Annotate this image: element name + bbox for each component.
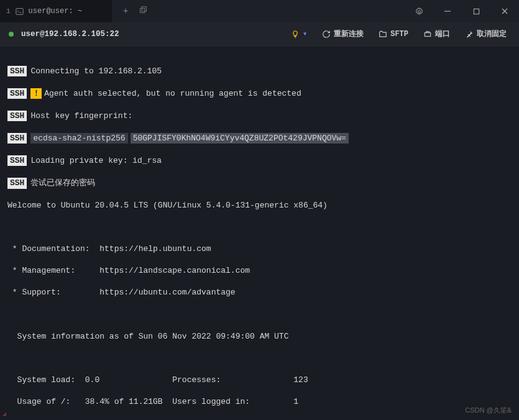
minimize-button[interactable] (433, 0, 462, 22)
key-fingerprint: 50GPJISFY0KhNO4W9iCYyv4QZ8UZ2POt429JVPNQ… (131, 133, 349, 144)
tab-active[interactable]: 1 user@user: ~ (0, 0, 112, 22)
window-controls (405, 0, 519, 22)
close-button[interactable] (490, 0, 519, 22)
pin-icon (465, 30, 474, 39)
svg-rect-2 (142, 6, 146, 11)
ssh-tag: SSH (7, 155, 27, 167)
connection-label: user@192.168.2.105:22 (21, 30, 119, 39)
unpin-button[interactable]: 取消固定 (461, 29, 510, 39)
ssh-line: 尝试已保存的密码 (30, 178, 95, 189)
ssh-line: Host key fingerprint: (30, 111, 132, 122)
ssh-tag: SSH (7, 178, 27, 189)
sysinfo-row: Usage of /: 38.4% of 11.21GB Users logge… (7, 396, 512, 408)
port-label: 端口 (435, 29, 450, 39)
tab-index: 1 (6, 7, 11, 15)
svg-point-3 (418, 10, 420, 12)
ssh-tag: SSH (7, 111, 27, 122)
motd-doc: * Documentation: https://help.ubuntu.com (7, 244, 512, 255)
new-tab-button[interactable]: + (123, 6, 128, 17)
svg-rect-5 (474, 9, 479, 14)
motd-support: * Support: https://ubuntu.com/advantage (7, 287, 512, 298)
titlebar: 1 user@user: ~ + (0, 0, 519, 22)
unpin-label: 取消固定 (477, 29, 507, 39)
watermark: CSDN @久笙& (465, 406, 512, 415)
tabs-overview-button[interactable] (139, 6, 147, 17)
sysinfo-row: System load: 0.0 Processes: 123 (7, 375, 512, 386)
hint-button[interactable]: ▾ (287, 29, 311, 39)
motd-welcome: Welcome to Ubuntu 20.04.5 LTS (GNU/Linux… (7, 200, 512, 211)
motd-mgmt: * Management: https://landscape.canonica… (7, 265, 512, 276)
ssh-line: Agent auth selected, but no running agen… (44, 88, 301, 99)
ssh-tag: SSH (7, 88, 27, 99)
maximize-button[interactable] (462, 0, 490, 22)
port-button[interactable]: 端口 (420, 29, 454, 39)
folder-icon (379, 30, 387, 39)
sftp-button[interactable]: SFTP (375, 30, 412, 39)
tab-actions: + (112, 6, 147, 17)
terminal-output[interactable]: SSHConnecting to 192.168.2.105 SSH!Agent… (0, 46, 519, 420)
reconnect-button[interactable]: 重新连接 (318, 29, 367, 39)
tab-title: user@user: ~ (29, 7, 82, 16)
terminal-icon (16, 7, 24, 16)
warn-icon: ! (30, 88, 42, 99)
sysinfo-header: System information as of Sun 06 Nov 2022… (7, 331, 512, 342)
svg-rect-0 (16, 8, 22, 14)
toolbar: user@192.168.2.105:22 ▾ 重新连接 SFTP 端口 取消固… (0, 22, 519, 46)
svg-rect-8 (425, 32, 430, 36)
reconnect-label: 重新连接 (334, 29, 364, 39)
settings-button[interactable] (405, 0, 433, 22)
ssh-tag: SSH (7, 66, 27, 77)
ssh-tag: SSH (7, 133, 27, 144)
svg-rect-1 (140, 8, 145, 12)
sftp-label: SFTP (390, 30, 408, 39)
port-icon (423, 30, 432, 39)
ssh-line: Loading private key: id_rsa (30, 155, 162, 167)
status-dot-connected (9, 32, 14, 37)
refresh-icon (322, 30, 331, 39)
corner-mark: ◢ (2, 410, 6, 418)
ssh-line: Connecting to 192.168.2.105 (30, 66, 162, 77)
key-type: ecdsa-sha2-nistp256 (30, 133, 127, 144)
